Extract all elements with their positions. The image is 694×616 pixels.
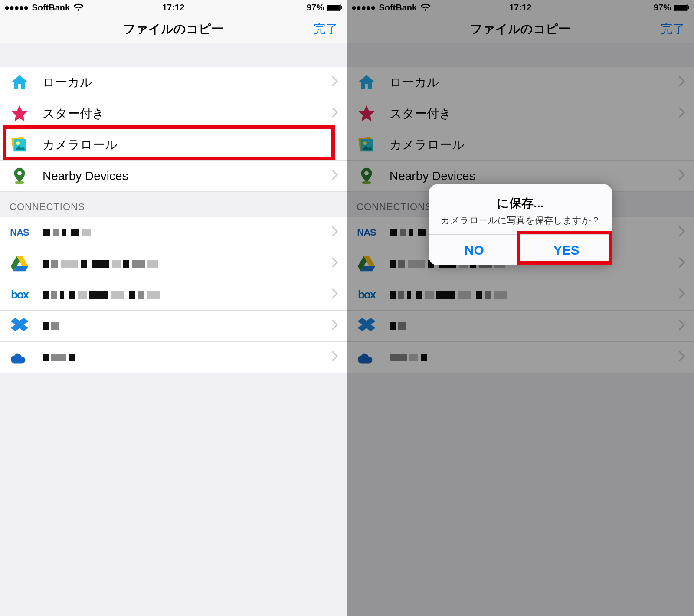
redacted-label — [43, 260, 332, 268]
star-icon — [10, 104, 29, 124]
chevron-right-icon — [332, 257, 338, 271]
chevron-right-icon — [332, 169, 338, 183]
svg-rect-2 — [341, 6, 342, 9]
row-label: Nearby Devices — [43, 169, 332, 183]
status-bar: ●●●●● SoftBank 17:12 97% — [0, 0, 347, 15]
done-button[interactable]: 完了 — [314, 21, 338, 37]
home-icon — [10, 72, 29, 92]
nas-icon: NAS — [10, 223, 29, 242]
dropbox-icon — [10, 316, 29, 336]
section-gap — [0, 43, 347, 67]
alert-title: に保存... — [437, 195, 604, 212]
row-starred[interactable]: スター付き — [0, 98, 347, 129]
alert-no-button[interactable]: NO — [429, 235, 520, 265]
chevron-right-icon — [332, 226, 338, 239]
section-header-connections: CONNECTIONS — [0, 192, 347, 217]
redacted-label — [43, 229, 332, 236]
onedrive-icon — [10, 347, 29, 367]
photos-icon — [10, 135, 29, 155]
battery-icon — [327, 4, 342, 11]
row-label: スター付き — [43, 105, 332, 122]
nav-bar: ファイルのコピー 完了 — [0, 15, 347, 43]
chevron-right-icon — [332, 107, 338, 121]
save-alert: に保存... カメラロールに写真を保存しますか？ NO YES — [429, 184, 612, 265]
chevron-right-icon — [332, 351, 338, 364]
row-label: ローカル — [43, 74, 332, 91]
alert-message: カメラロールに写真を保存しますか？ — [437, 214, 604, 226]
svg-point-7 — [17, 171, 22, 175]
svg-point-5 — [16, 141, 20, 145]
chevron-right-icon — [332, 288, 338, 302]
chevron-right-icon — [332, 75, 338, 89]
redacted-label — [43, 322, 332, 330]
alert-yes-button[interactable]: YES — [520, 235, 612, 265]
carrier-label: SoftBank — [32, 3, 70, 13]
modal-dim-overlay — [347, 0, 694, 616]
status-time: 17:12 — [162, 3, 184, 13]
google-drive-icon — [10, 254, 29, 274]
redacted-label — [43, 291, 332, 299]
row-label: カメラロール — [43, 137, 338, 153]
screen-left: ●●●●● SoftBank 17:12 97% ファイルのコピー 完了 ローカ… — [0, 0, 347, 616]
battery-percent: 97% — [307, 3, 324, 13]
row-connection-gdrive[interactable] — [0, 248, 347, 279]
pin-icon — [10, 166, 29, 186]
signal-dots-icon: ●●●●● — [4, 3, 28, 13]
row-connection-onedrive[interactable] — [0, 342, 347, 373]
row-local[interactable]: ローカル — [0, 67, 347, 98]
row-connection-nas[interactable]: NAS — [0, 217, 347, 248]
row-camera-roll[interactable]: カメラロール — [0, 129, 347, 161]
row-connection-dropbox[interactable] — [0, 311, 347, 342]
redacted-label — [43, 354, 332, 361]
wifi-icon — [73, 3, 84, 11]
row-connection-box[interactable]: box — [0, 279, 347, 311]
screen-right: ●●●●● SoftBank 17:12 97% ファイルのコピー 完了 ローカ… — [347, 0, 694, 616]
box-icon: box — [10, 285, 29, 305]
row-nearby-devices[interactable]: Nearby Devices — [0, 161, 347, 192]
nav-title: ファイルのコピー — [123, 21, 223, 37]
chevron-right-icon — [332, 319, 338, 333]
svg-rect-1 — [327, 5, 340, 10]
